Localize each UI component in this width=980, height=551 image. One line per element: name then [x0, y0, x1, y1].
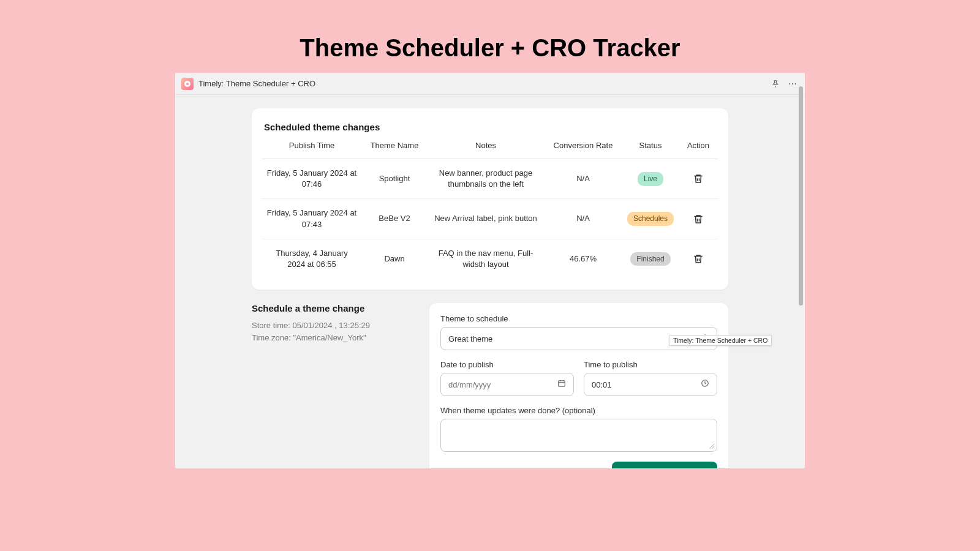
app-logo-icon — [181, 78, 194, 90]
status-badge: Schedules — [627, 212, 674, 226]
cell-conversion-rate: N/A — [544, 213, 622, 224]
time-input-label: Time to publish — [584, 360, 717, 369]
theme-select-label: Theme to schedule — [440, 314, 717, 323]
page-title: Theme Scheduler + CRO Tracker — [0, 0, 980, 73]
schedule-submit-button[interactable]: Schedule theme change — [612, 462, 717, 468]
table-row: Friday, 5 January 2024 at 07:46 Spotligh… — [262, 159, 718, 199]
svg-rect-3 — [559, 381, 565, 386]
col-action: Action — [679, 141, 718, 150]
app-header: Timely: Theme Scheduler + CRO — [175, 73, 805, 95]
delete-icon[interactable] — [693, 173, 704, 184]
theme-select-value: Great theme — [448, 334, 702, 343]
cell-notes: New Arrival label, pink button — [428, 213, 544, 224]
app-body: Scheduled theme changes Publish Time The… — [175, 95, 805, 468]
col-publish-time: Publish Time — [262, 141, 361, 150]
svg-point-0 — [789, 83, 790, 84]
scheduled-changes-card: Scheduled theme changes Publish Time The… — [252, 108, 728, 290]
date-input[interactable] — [440, 373, 574, 396]
tooltip: Timely: Theme Scheduler + CRO — [669, 335, 772, 346]
time-field[interactable] — [592, 380, 701, 389]
app-window: Timely: Theme Scheduler + CRO Scheduled … — [175, 73, 805, 468]
notes-input-label: When theme updates were done? (optional) — [440, 406, 717, 415]
cell-notes: FAQ in the nav menu, Full-widsth layout — [428, 248, 544, 270]
scheduled-title: Scheduled theme changes — [252, 122, 728, 141]
cell-theme-name: Spotlight — [361, 173, 428, 184]
date-field[interactable] — [448, 380, 557, 389]
date-input-label: Date to publish — [440, 360, 574, 369]
store-time-label: Store time: 05/01/2024 , 13:25:29 — [252, 320, 417, 332]
table-row: Friday, 5 January 2024 at 07:43 BeBe V2 … — [262, 199, 718, 239]
cell-notes: New banner, product page thumbnails on t… — [428, 168, 544, 190]
cell-publish-time: Friday, 5 January 2024 at 07:43 — [262, 208, 361, 230]
time-input[interactable] — [584, 373, 717, 396]
notes-textarea[interactable] — [448, 424, 709, 444]
cell-conversion-rate: N/A — [544, 173, 622, 184]
col-status: Status — [622, 141, 679, 150]
cell-conversion-rate: 46.67% — [544, 253, 622, 264]
app-name: Timely: Theme Scheduler + CRO — [198, 79, 315, 88]
status-badge: Finished — [630, 252, 670, 266]
schedule-info-panel: Schedule a theme change Store time: 05/0… — [252, 303, 417, 468]
col-theme-name: Theme Name — [361, 141, 428, 150]
svg-point-2 — [795, 83, 796, 84]
delete-icon[interactable] — [693, 253, 704, 264]
delete-icon[interactable] — [693, 214, 704, 225]
cell-theme-name: Dawn — [361, 253, 428, 264]
resize-handle-icon — [709, 444, 714, 449]
notes-textarea-wrap[interactable] — [440, 419, 717, 452]
table-row: Thursday, 4 January 2024 at 06:55 Dawn F… — [262, 239, 718, 279]
calendar-icon — [557, 379, 566, 390]
timezone-label: Time zone: "America/New_York" — [252, 332, 417, 344]
cell-theme-name: BeBe V2 — [361, 213, 428, 224]
svg-point-1 — [792, 83, 793, 84]
scrollbar-thumb[interactable] — [799, 86, 803, 305]
cell-status: Schedules — [622, 212, 679, 226]
cell-status: Live — [622, 172, 679, 186]
pin-icon[interactable] — [769, 78, 782, 90]
col-conversion-rate: Conversion Rate — [544, 141, 622, 150]
more-icon[interactable] — [786, 78, 799, 90]
schedule-form-title: Schedule a theme change — [252, 303, 417, 313]
schedule-form-card: Theme to schedule Great theme Date to pu… — [429, 303, 728, 468]
cell-publish-time: Thursday, 4 January 2024 at 06:55 — [262, 248, 361, 270]
table-header: Publish Time Theme Name Notes Conversion… — [262, 141, 718, 159]
clock-icon — [701, 379, 709, 390]
col-notes: Notes — [428, 141, 544, 150]
status-badge: Live — [638, 172, 663, 186]
cell-publish-time: Friday, 5 January 2024 at 07:46 — [262, 168, 361, 190]
cell-status: Finished — [622, 252, 679, 266]
